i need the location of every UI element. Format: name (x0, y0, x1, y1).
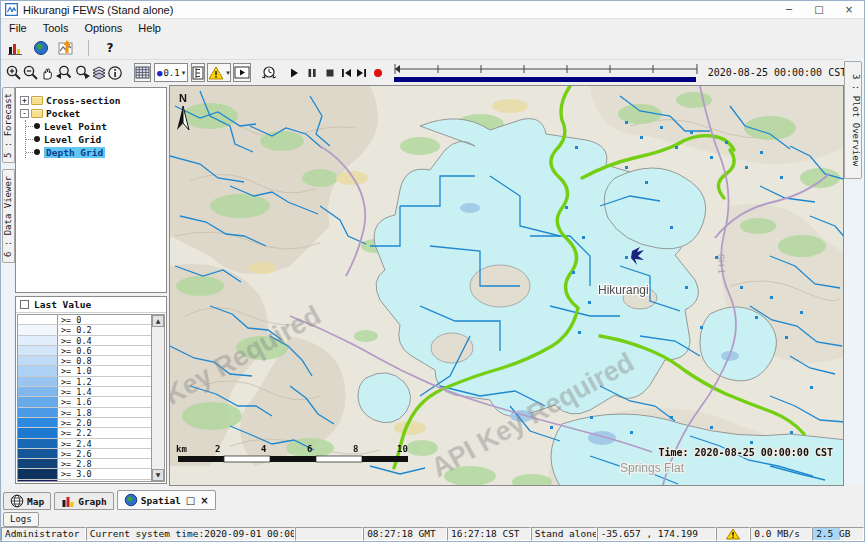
legend-scrollbar[interactable]: ▲ ▼ (151, 315, 164, 481)
town-label: Hikurangi (598, 283, 649, 297)
title-bar[interactable]: Hikurangi FEWS (Stand alone) ─ □ × (1, 1, 864, 19)
animation-settings-icon[interactable] (260, 63, 278, 82)
collapse-icon[interactable]: - (20, 109, 29, 118)
legend-swatch (18, 439, 58, 448)
tree-item-label[interactable]: Level Point (44, 121, 107, 132)
play-icon[interactable] (288, 63, 300, 82)
legend-swatch (18, 325, 58, 334)
menu-file[interactable]: File (1, 21, 35, 35)
zoom-previous-icon[interactable] (55, 63, 73, 82)
left-tab-strip: 5 : Forecast 6 : Data Viewer (1, 85, 15, 486)
timeseries-chart-icon[interactable] (57, 39, 77, 58)
scroll-down-icon[interactable]: ▼ (152, 469, 164, 481)
legend-swatch (18, 459, 58, 468)
legend-row: >= 2.0 (18, 418, 151, 428)
warning-icon (726, 528, 740, 540)
scroll-up-icon[interactable]: ▲ (152, 315, 164, 327)
tab-forecast[interactable]: 5 : Forecast (2, 87, 15, 163)
legend-row: >= 2.6 (18, 449, 151, 459)
bullet-icon (34, 123, 40, 129)
view-tabs: Map Graph Spatial □ × (3, 489, 216, 510)
svg-text:8: 8 (353, 444, 358, 454)
pause-icon[interactable] (306, 63, 318, 82)
tree-item-label-selected[interactable]: Depth Grid (44, 147, 105, 158)
svg-text:6: 6 (307, 444, 312, 454)
layers-icon[interactable] (91, 63, 107, 82)
zoom-in-icon[interactable] (5, 63, 22, 82)
right-tab-strip: 3 : Plot Overview (844, 59, 864, 486)
left-panel: + Cross-section - Pocket Level Point Le (15, 85, 169, 486)
status-local-time: 16:27:18 CST (447, 527, 531, 541)
interval-value: 0.1 (163, 68, 179, 78)
tab-spatial[interactable]: Spatial □ × (117, 490, 216, 510)
maximize-button[interactable]: □ (804, 1, 834, 18)
close-button[interactable]: × (834, 1, 864, 18)
tree-item-label[interactable]: Cross-section (46, 95, 120, 106)
zoom-next-icon[interactable] (73, 63, 91, 82)
tree-item-label[interactable]: Level Grid (44, 134, 101, 145)
main-toolbar: ? (1, 37, 864, 59)
warning-dropdown[interactable]: ▾ (207, 63, 231, 82)
legend-swatch (18, 480, 58, 482)
time-slider-bar (392, 76, 700, 83)
help-icon[interactable]: ? (100, 39, 120, 58)
tab-map[interactable]: Map (3, 492, 51, 510)
legend-row: >= 3.0 (18, 469, 151, 479)
interval-dot-icon: ● (157, 68, 162, 78)
spatial-map[interactable]: SH 1 API Key Required API Key Required H… (169, 85, 844, 486)
grid-icon[interactable] (134, 63, 151, 82)
time-slider[interactable] (392, 62, 700, 83)
step-backward-icon[interactable] (340, 63, 353, 82)
tab-maximize-icon[interactable]: □ (186, 495, 195, 506)
stop-icon[interactable] (324, 63, 336, 82)
status-warning[interactable] (716, 527, 750, 541)
status-empty (295, 527, 363, 541)
last-value-checkbox[interactable] (20, 300, 29, 309)
pan-icon[interactable] (39, 63, 55, 82)
tab-spatial-label: Spatial (141, 495, 181, 506)
legend-panel: Last Value >= 0 >= 0.2 >= 0.4 >= 0.6 >= … (15, 296, 167, 484)
database-icon[interactable] (5, 39, 25, 58)
tab-graph-label: Graph (78, 496, 107, 507)
movie-icon[interactable] (233, 63, 251, 82)
legend-icon[interactable] (191, 63, 205, 82)
filter-tree: + Cross-section - Pocket Level Point Le (15, 87, 167, 293)
step-forward-icon[interactable] (355, 63, 368, 82)
status-download-rate: 0.0 MB/s (750, 527, 812, 541)
expand-icon[interactable]: + (20, 96, 29, 105)
legend-swatch (18, 428, 58, 437)
legend-row: >= 1.6 (18, 397, 151, 407)
record-icon[interactable] (372, 63, 384, 82)
tree-item-cross-section[interactable]: + Cross-section (20, 94, 164, 106)
legend-swatch (18, 366, 58, 375)
tab-data-viewer[interactable]: 6 : Data Viewer (2, 169, 15, 263)
status-mode: Stand alone (531, 527, 597, 541)
tab-graph[interactable]: Graph (54, 492, 114, 510)
tree-item-level-point[interactable]: Level Point (26, 120, 164, 132)
zoom-out-icon[interactable] (22, 63, 39, 82)
road-label: SH 1 (716, 254, 727, 274)
status-system-time: Current system time:2020-09-01 00:00 CST (86, 527, 295, 541)
tab-plot-overview[interactable]: 3 : Plot Overview (844, 61, 862, 179)
last-value-option[interactable]: Last Value (16, 297, 166, 313)
interval-dropdown[interactable]: ● 0.1 ▾ (154, 63, 188, 82)
north-label: N (179, 92, 187, 104)
tab-close-icon[interactable]: × (200, 495, 208, 506)
legend-swatch (18, 449, 58, 458)
toolbar-separator (88, 40, 89, 56)
minimize-button[interactable]: ─ (774, 1, 804, 18)
logs-button[interactable]: Logs (3, 512, 39, 527)
tree-item-pocket[interactable]: - Pocket (20, 107, 164, 119)
menu-tools[interactable]: Tools (35, 21, 77, 35)
tree-connector (26, 126, 33, 127)
menu-options[interactable]: Options (76, 21, 130, 35)
legend-row: >= 3.2 (18, 480, 151, 482)
tree-item-level-grid[interactable]: Level Grid (26, 133, 164, 145)
globe-icon[interactable] (31, 39, 51, 58)
tree-item-depth-grid[interactable]: Depth Grid (26, 146, 164, 158)
chevron-down-icon: ▾ (182, 69, 186, 77)
menu-help[interactable]: Help (130, 21, 169, 35)
info-icon[interactable] (107, 63, 123, 82)
tree-item-label[interactable]: Pocket (46, 108, 80, 119)
legend-swatch (18, 387, 58, 396)
